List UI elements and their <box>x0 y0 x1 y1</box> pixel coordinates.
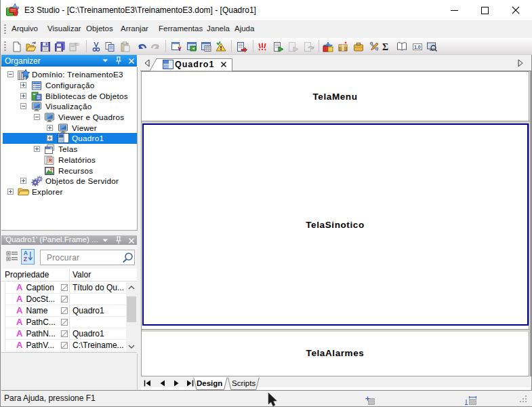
svg-text:R: R <box>49 158 52 163</box>
svg-text:(5): (5) <box>75 42 79 46</box>
svg-text:Z: Z <box>24 256 27 263</box>
svg-text:A: A <box>24 250 28 256</box>
svg-text:1.0: 1.0 <box>414 45 421 50</box>
svg-text:Σ: Σ <box>382 42 388 52</box>
